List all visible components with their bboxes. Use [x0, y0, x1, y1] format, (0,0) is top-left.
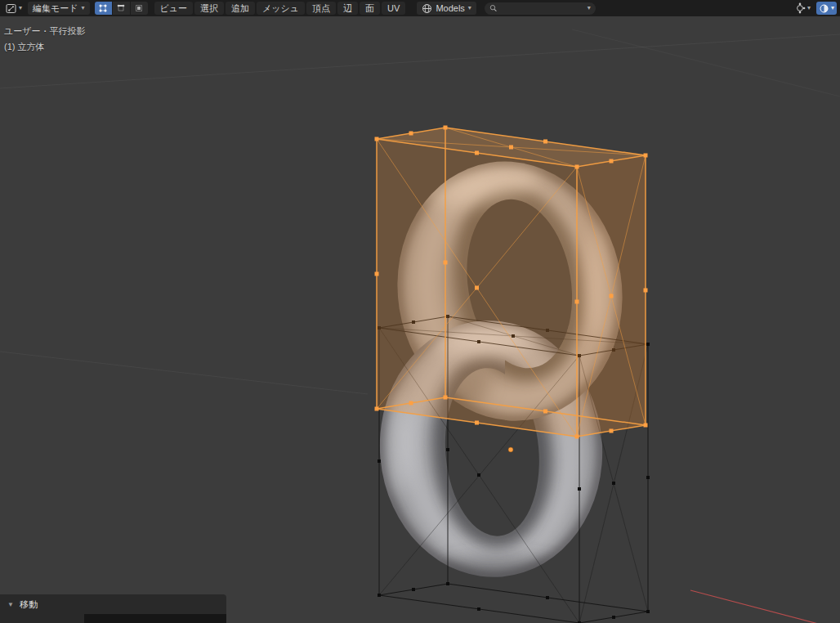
operator-panel-content [84, 614, 226, 623]
search-field[interactable]: ▾ [485, 2, 596, 15]
editor-type-button[interactable]: ▾ [3, 2, 25, 15]
vertex-select-button[interactable] [95, 2, 113, 15]
chevron-down-icon: ▾ [19, 5, 22, 11]
viewport-header: ▾ 編集モード ▾ [0, 0, 840, 16]
menu-add[interactable]: 追加 [226, 2, 255, 15]
menu-vertex[interactable]: 頂点 [306, 2, 336, 15]
chevron-down-icon: ▾ [588, 5, 591, 11]
collapse-arrow-icon[interactable]: ▼ [7, 601, 14, 608]
menu-face[interactable]: 面 [360, 2, 380, 15]
chevron-down-icon: ▾ [807, 5, 811, 11]
face-select-icon [134, 3, 144, 13]
search-icon [489, 3, 498, 13]
edge-select-icon [116, 3, 126, 13]
object-origin-dot [508, 447, 513, 452]
chevron-down-icon: ▾ [831, 5, 834, 11]
select-mode-group [95, 2, 148, 15]
view-orientation-label: ユーザー・平行投影 [4, 25, 86, 38]
x-axis-line [690, 590, 840, 623]
menu-view[interactable]: ビュー [154, 2, 194, 15]
active-object-label: (1) 立方体 [4, 41, 45, 53]
viewport-shading-icon [819, 3, 829, 14]
menu-mesh[interactable]: メッシュ [257, 2, 305, 15]
viewport-shading-button[interactable]: ▾ [816, 2, 837, 15]
search-input[interactable] [500, 2, 583, 14]
operator-panel-header[interactable]: ▼ 移動 [0, 594, 226, 615]
menu-bar: ビュー 選択 追加 メッシュ 頂点 辺 面 UV [154, 2, 406, 15]
menu-uv[interactable]: UV [382, 2, 405, 15]
edit-cage-selected[interactable] [375, 126, 648, 439]
face-select-button[interactable] [131, 2, 148, 15]
chevron-down-icon: ▾ [468, 5, 471, 11]
gizmo-icon [794, 2, 806, 14]
menu-edge[interactable]: 辺 [337, 2, 358, 15]
mode-dropdown-label: 編集モード [33, 2, 78, 15]
mode-dropdown[interactable]: 編集モード ▾ [28, 2, 90, 15]
operator-panel[interactable]: ▼ 移動 [0, 594, 226, 623]
edge-select-button[interactable] [113, 2, 131, 15]
gizmo-dropdown[interactable]: ▾ [792, 2, 813, 15]
editor-type-3d-viewport-icon [6, 3, 17, 14]
blender-window: ユーザー・平行投影 (1) 立方体 ▾ 編集モード ▾ [0, 0, 840, 623]
asset-browser-label: Models [436, 3, 464, 13]
globe-icon [422, 3, 432, 14]
viewport-3d[interactable] [0, 0, 840, 623]
operator-panel-title: 移動 [20, 598, 38, 611]
menu-select[interactable]: 選択 [194, 2, 224, 15]
asset-browser-dropdown[interactable]: Models ▾ [417, 2, 476, 15]
vertex-select-icon [98, 3, 108, 13]
chevron-down-icon: ▾ [82, 5, 85, 11]
